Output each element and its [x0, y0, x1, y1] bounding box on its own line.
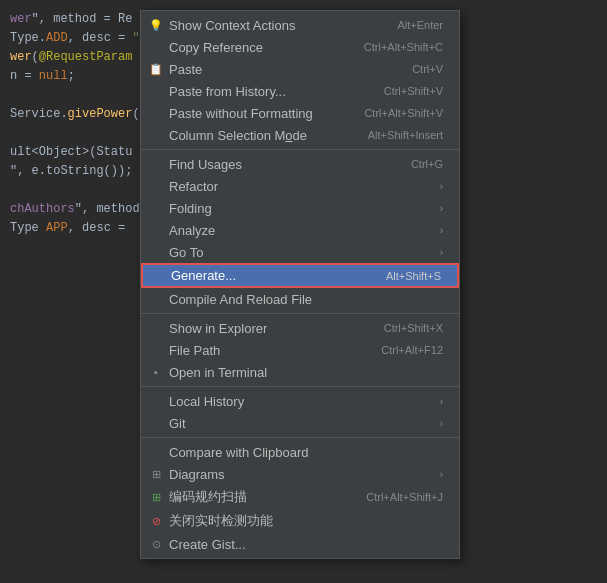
git-arrow: › — [440, 418, 443, 429]
goto-arrow: › — [440, 247, 443, 258]
menu-label-open-terminal: Open in Terminal — [169, 365, 443, 380]
menu-item-copy-reference[interactable]: Copy Reference Ctrl+Alt+Shift+C — [141, 36, 459, 58]
shortcut-show-context-actions: Alt+Enter — [397, 19, 443, 31]
menu-label-show-context-actions: Show Context Actions — [169, 18, 377, 33]
shortcut-paste: Ctrl+V — [412, 63, 443, 75]
separator-4 — [141, 437, 459, 438]
separator-2 — [141, 313, 459, 314]
shortcut-copy-reference: Ctrl+Alt+Shift+C — [364, 41, 443, 53]
shortcut-file-path: Ctrl+Alt+F12 — [381, 344, 443, 356]
shortcut-show-in-explorer: Ctrl+Shift+X — [384, 322, 443, 334]
bulb-icon: 💡 — [147, 19, 165, 32]
menu-label-local-history: Local History — [169, 394, 434, 409]
menu-label-column-selection-mode: Column Selection Mode — [169, 128, 348, 143]
menu-label-analyze: Analyze — [169, 223, 434, 238]
menu-item-compare-clipboard[interactable]: Compare with Clipboard — [141, 441, 459, 463]
shortcut-paste-from-history: Ctrl+Shift+V — [384, 85, 443, 97]
analyze-arrow: › — [440, 225, 443, 236]
separator-1 — [141, 149, 459, 150]
code-scan-icon: ⊞ — [147, 491, 165, 504]
menu-item-code-scan[interactable]: ⊞ 编码规约扫描 Ctrl+Alt+Shift+J — [141, 485, 459, 509]
menu-label-folding: Folding — [169, 201, 434, 216]
menu-item-diagrams[interactable]: ⊞ Diagrams › — [141, 463, 459, 485]
menu-label-compile-reload: Compile And Reload File — [169, 292, 443, 307]
menu-label-create-gist: Create Gist... — [169, 537, 443, 552]
menu-label-file-path: File Path — [169, 343, 361, 358]
separator-3 — [141, 386, 459, 387]
menu-label-git: Git — [169, 416, 434, 431]
shortcut-find-usages: Ctrl+G — [411, 158, 443, 170]
menu-item-local-history[interactable]: Local History › — [141, 390, 459, 412]
menu-item-paste-from-history[interactable]: Paste from History... Ctrl+Shift+V — [141, 80, 459, 102]
github-icon: ⊙ — [147, 538, 165, 551]
menu-label-copy-reference: Copy Reference — [169, 40, 344, 55]
menu-item-go-to[interactable]: Go To › — [141, 241, 459, 263]
diagrams-arrow: › — [440, 469, 443, 480]
diagrams-icon: ⊞ — [147, 468, 165, 481]
folding-arrow: › — [440, 203, 443, 214]
menu-label-disable-realtime: 关闭实时检测功能 — [169, 512, 443, 530]
paste-icon: 📋 — [147, 63, 165, 76]
shortcut-code-scan: Ctrl+Alt+Shift+J — [366, 491, 443, 503]
menu-item-disable-realtime[interactable]: ⊘ 关闭实时检测功能 — [141, 509, 459, 533]
menu-item-analyze[interactable]: Analyze › — [141, 219, 459, 241]
shortcut-column-selection-mode: Alt+Shift+Insert — [368, 129, 443, 141]
menu-item-show-in-explorer[interactable]: Show in Explorer Ctrl+Shift+X — [141, 317, 459, 339]
menu-item-open-terminal[interactable]: ▪ Open in Terminal — [141, 361, 459, 383]
terminal-icon: ▪ — [147, 366, 165, 378]
menu-label-paste-from-history: Paste from History... — [169, 84, 364, 99]
menu-item-file-path[interactable]: File Path Ctrl+Alt+F12 — [141, 339, 459, 361]
shortcut-paste-without-formatting: Ctrl+Alt+Shift+V — [364, 107, 443, 119]
refactor-arrow: › — [440, 181, 443, 192]
menu-item-refactor[interactable]: Refactor › — [141, 175, 459, 197]
menu-label-paste-without-formatting: Paste without Formatting — [169, 106, 344, 121]
menu-label-find-usages: Find Usages — [169, 157, 391, 172]
menu-label-compare-clipboard: Compare with Clipboard — [169, 445, 443, 460]
menu-item-paste-without-formatting[interactable]: Paste without Formatting Ctrl+Alt+Shift+… — [141, 102, 459, 124]
menu-label-show-in-explorer: Show in Explorer — [169, 321, 364, 336]
menu-item-folding[interactable]: Folding › — [141, 197, 459, 219]
menu-label-refactor: Refactor — [169, 179, 434, 194]
shortcut-generate: Alt+Shift+S — [386, 270, 441, 282]
menu-label-go-to: Go To — [169, 245, 434, 260]
menu-item-show-context-actions[interactable]: 💡 Show Context Actions Alt+Enter — [141, 14, 459, 36]
menu-item-column-selection-mode[interactable]: Column Selection Mode Alt+Shift+Insert — [141, 124, 459, 146]
menu-item-git[interactable]: Git › — [141, 412, 459, 434]
menu-label-diagrams: Diagrams — [169, 467, 434, 482]
menu-item-paste[interactable]: 📋 Paste Ctrl+V — [141, 58, 459, 80]
menu-item-create-gist[interactable]: ⊙ Create Gist... — [141, 533, 459, 555]
disable-icon: ⊘ — [147, 515, 165, 528]
menu-item-find-usages[interactable]: Find Usages Ctrl+G — [141, 153, 459, 175]
menu-label-code-scan: 编码规约扫描 — [169, 488, 346, 506]
menu-item-compile-reload[interactable]: Compile And Reload File — [141, 288, 459, 310]
menu-label-paste: Paste — [169, 62, 392, 77]
menu-item-generate[interactable]: Generate... Alt+Shift+S — [141, 263, 459, 288]
menu-label-generate: Generate... — [171, 268, 366, 283]
local-history-arrow: › — [440, 396, 443, 407]
context-menu: 💡 Show Context Actions Alt+Enter Copy Re… — [140, 10, 460, 559]
